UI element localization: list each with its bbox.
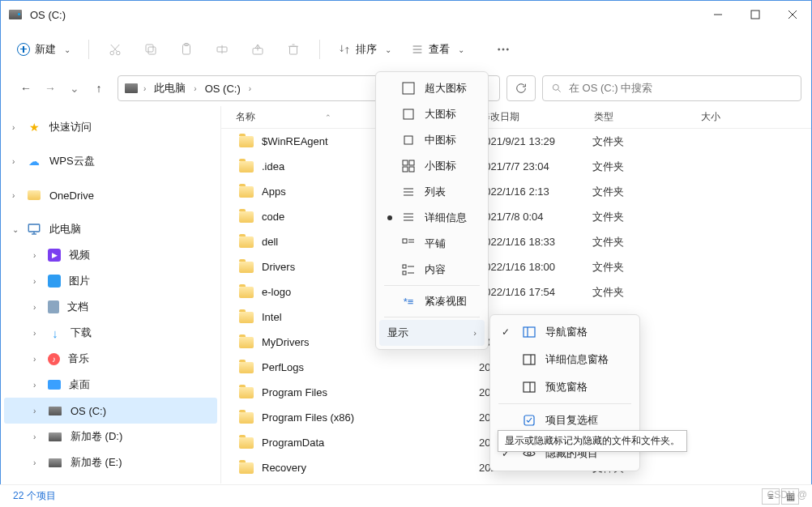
sidebar-item-desktop[interactable]: ›桌面: [1, 372, 220, 398]
close-button[interactable]: [774, 1, 811, 28]
col-date[interactable]: 修改日期: [481, 110, 594, 124]
sort-button[interactable]: 排序 ⌄: [330, 37, 400, 62]
document-icon: [48, 300, 59, 313]
sidebar-item-new-vol-d[interactable]: ›新加卷 (D:): [1, 424, 220, 449]
file-type: 文件夹: [592, 210, 699, 224]
delete-button[interactable]: [277, 35, 310, 64]
share-button[interactable]: [241, 35, 274, 64]
chevron-right-icon[interactable]: ›: [12, 157, 22, 166]
menu-compact-view[interactable]: *≡紧凑视图: [379, 288, 485, 314]
chevron-right-icon[interactable]: ›: [12, 191, 22, 200]
table-row[interactable]: dell2022/1/16 18:33文件夹: [221, 229, 811, 254]
cut-button[interactable]: [99, 35, 131, 64]
menu-content[interactable]: 内容: [379, 257, 485, 283]
svg-rect-9: [146, 45, 153, 52]
refresh-button[interactable]: [506, 75, 536, 101]
search-input[interactable]: 在 OS (C:) 中搜索: [542, 75, 801, 101]
chevron-right-icon[interactable]: ›: [141, 84, 148, 93]
table-row[interactable]: code2021/7/8 0:04文件夹: [221, 204, 811, 229]
file-date: 2021/7/8 0:04: [479, 211, 592, 223]
up-button[interactable]: ↑: [92, 82, 106, 95]
table-row[interactable]: .idea2021/7/7 23:04文件夹: [221, 154, 811, 179]
chevron-right-icon[interactable]: ›: [191, 84, 199, 93]
menu-nav-pane[interactable]: ✓导航窗格: [494, 318, 636, 346]
paste-button[interactable]: [170, 35, 203, 64]
sidebar-item-wps-cloud[interactable]: › ☁ WPS云盘: [1, 148, 220, 174]
breadcrumb-pc[interactable]: 此电脑: [152, 79, 188, 97]
sidebar-item-quick-access[interactable]: › ★ 快速访问: [1, 114, 220, 140]
sidebar-item-music[interactable]: ›♪音乐: [1, 346, 220, 372]
svg-rect-1: [751, 11, 759, 19]
download-icon: ↓: [48, 326, 62, 340]
pc-icon: [27, 222, 41, 236]
svg-rect-52: [524, 355, 535, 364]
sidebar-item-os-c[interactable]: ›OS (C:): [4, 398, 217, 424]
compact-icon: *≡: [402, 295, 415, 308]
file-date: 2022/1/16 17:54: [479, 286, 592, 298]
recent-button[interactable]: ⌄: [67, 82, 82, 95]
table-row[interactable]: e-logo2022/1/16 17:54文件夹: [221, 279, 811, 305]
svg-rect-33: [403, 160, 408, 165]
menu-details-pane[interactable]: 详细信息窗格: [494, 346, 636, 373]
sidebar-item-new-vol-e[interactable]: ›新加卷 (E:): [1, 449, 220, 475]
drive-icon: [125, 83, 138, 93]
chevron-right-icon[interactable]: ›: [246, 84, 254, 93]
small-icon: [402, 160, 415, 173]
file-type: 文件夹: [592, 185, 699, 199]
file-name: Recovery: [262, 462, 479, 474]
drive-icon: [48, 403, 62, 418]
tooltip: 显示或隐藏标记为隐藏的文件和文件夹。: [498, 430, 687, 452]
col-size[interactable]: 大小: [701, 110, 811, 124]
plus-icon: [17, 43, 30, 56]
separator: [319, 40, 320, 59]
col-type[interactable]: 类型: [594, 110, 701, 124]
sidebar-item-videos[interactable]: ›▶视频: [1, 242, 220, 268]
music-icon: ♪: [48, 353, 60, 365]
folder-icon: [239, 186, 254, 198]
view-button[interactable]: 查看 ⌄: [403, 37, 472, 62]
new-button[interactable]: 新建 ⌄: [9, 37, 79, 62]
folder-icon: [239, 362, 254, 373]
sidebar-item-this-pc[interactable]: ⌄ 此电脑: [1, 216, 220, 242]
file-type: 文件夹: [592, 285, 699, 300]
table-row[interactable]: Drivers2022/1/16 18:00文件夹: [221, 254, 811, 279]
sidebar: › ★ 快速访问 › ☁ WPS云盘 › OneDrive ⌄ 此电脑 ›▶视频…: [1, 106, 221, 484]
file-name: ProgramData: [262, 437, 479, 449]
copy-button[interactable]: [135, 35, 167, 64]
menu-large-icons[interactable]: 大图标: [379, 101, 485, 127]
chevron-down-icon: ⌄: [64, 45, 71, 54]
menu-small-icons[interactable]: 小图标: [379, 153, 485, 179]
menu-medium-icons[interactable]: 中图标: [379, 127, 485, 153]
menu-list[interactable]: 列表: [379, 179, 485, 205]
menu-tiles[interactable]: 平铺: [379, 231, 485, 257]
drive-icon: [9, 10, 22, 19]
menu-show[interactable]: 显示›: [379, 320, 485, 346]
folder-icon: [239, 211, 254, 223]
svg-point-23: [502, 49, 504, 50]
back-button[interactable]: ←: [19, 82, 33, 95]
table-row[interactable]: Apps2022/1/16 2:13文件夹: [221, 179, 811, 204]
content-icon: [402, 263, 415, 276]
minimize-button[interactable]: [699, 1, 737, 28]
forward-button[interactable]: →: [43, 82, 58, 95]
menu-details[interactable]: 详细信息: [379, 205, 485, 231]
sidebar-item-onedrive[interactable]: › OneDrive: [1, 182, 220, 208]
maximize-button[interactable]: [737, 1, 774, 28]
chevron-down-icon: ⌄: [385, 45, 391, 54]
menu-preview-pane[interactable]: 预览窗格: [494, 373, 636, 401]
bullet-icon: [387, 215, 392, 220]
rename-button[interactable]: [206, 35, 238, 64]
drive-icon: [48, 455, 62, 470]
tiles-icon: [402, 237, 415, 250]
breadcrumb-drive[interactable]: OS (C:): [203, 81, 243, 96]
sidebar-item-downloads[interactable]: ›↓下载: [1, 320, 220, 346]
new-label: 新建: [35, 42, 56, 57]
sidebar-item-documents[interactable]: ›文档: [1, 294, 220, 320]
chevron-right-icon[interactable]: ›: [12, 123, 22, 132]
chevron-down-icon[interactable]: ⌄: [12, 225, 22, 234]
menu-extra-large-icons[interactable]: 超大图标: [379, 75, 485, 101]
table-row[interactable]: $WinREAgent2021/9/21 13:29文件夹: [221, 129, 811, 154]
sidebar-item-pictures[interactable]: ›图片: [1, 268, 220, 294]
view-icon: [411, 43, 424, 56]
more-button[interactable]: [487, 35, 519, 64]
